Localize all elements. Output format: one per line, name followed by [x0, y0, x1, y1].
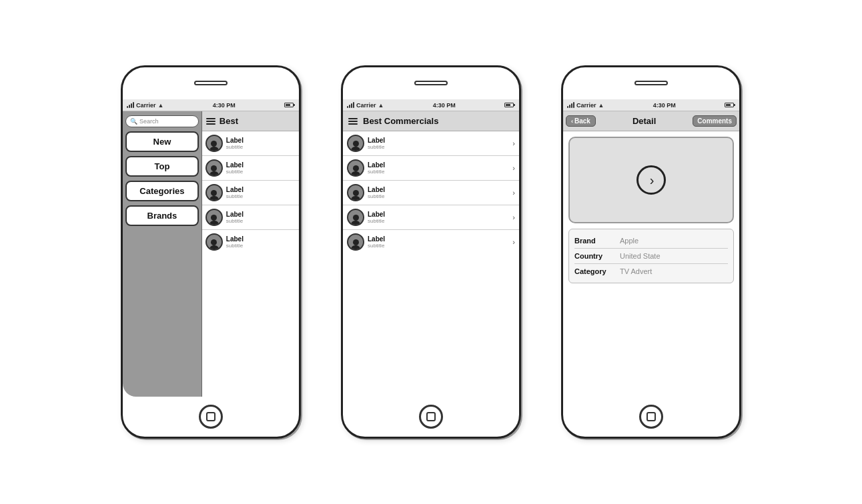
phone-1-content: 🔍 Search New Top Categories Brands — [123, 111, 299, 397]
item-text: Label subtitle — [226, 161, 296, 175]
item-text: Label subtitle — [368, 186, 509, 199]
phone-3-speaker — [634, 81, 668, 85]
phone-2-header: Best Commercials — [343, 111, 519, 131]
phone-2-content: Best Commercials Label subtitle › — [343, 111, 519, 397]
avatar — [347, 159, 364, 177]
home-button-inner — [646, 412, 656, 421]
status-left: Carrier ▲ — [347, 102, 384, 109]
item-label: Label — [368, 186, 509, 193]
item-text: Label subtitle — [226, 235, 296, 249]
carrier-label: Carrier — [576, 102, 596, 109]
item-subtitle: subtitle — [368, 193, 509, 199]
chevron-right-icon: › — [512, 238, 515, 246]
phone-1-speaker — [194, 81, 228, 85]
carrier-label: Carrier — [136, 102, 156, 109]
home-button-inner — [206, 412, 216, 421]
item-label: Label — [226, 186, 296, 193]
back-button[interactable]: ‹ Back — [566, 115, 596, 127]
item-text: Label subtitle — [368, 161, 509, 175]
item-text: Label subtitle — [226, 186, 296, 199]
list-item[interactable]: Label subtitle › — [343, 181, 519, 205]
list-item[interactable]: Label subtitle — [202, 205, 299, 230]
list-item[interactable]: Label subtitle — [202, 131, 299, 156]
item-text: Label subtitle — [368, 211, 509, 224]
comments-button[interactable]: Comments — [693, 115, 737, 127]
item-label: Label — [368, 235, 509, 243]
item-label: Label — [226, 211, 296, 218]
signal-icon — [127, 102, 134, 108]
play-button[interactable]: › — [636, 165, 666, 195]
phone-3-top — [563, 67, 739, 99]
detail-row-category: Category TV Advert — [574, 264, 728, 279]
brand-key: Brand — [574, 237, 614, 245]
item-subtitle: subtitle — [226, 193, 296, 199]
item-text: Label subtitle — [368, 235, 509, 249]
list-item[interactable]: Label subtitle › — [343, 156, 519, 181]
signal-icon — [567, 102, 574, 108]
avatar — [347, 135, 364, 152]
back-chevron-icon: ‹ — [571, 118, 573, 125]
nav-btn-new[interactable]: New — [125, 131, 199, 152]
time-label: 4:30 PM — [213, 102, 236, 109]
item-label: Label — [226, 137, 296, 144]
item-subtitle: subtitle — [226, 169, 296, 175]
home-button[interactable] — [199, 405, 223, 429]
search-placeholder: Search — [139, 118, 159, 125]
status-right — [504, 103, 515, 107]
nav-right: Best Label subti — [202, 111, 299, 397]
avatar — [347, 209, 364, 226]
phone-2-title: Best Commercials — [363, 116, 438, 126]
list-item[interactable]: Label subtitle — [202, 230, 299, 254]
home-button-inner — [426, 412, 436, 421]
home-button[interactable] — [419, 405, 443, 429]
avatar — [205, 209, 223, 226]
list-item[interactable]: Label subtitle — [202, 181, 299, 205]
item-subtitle: subtitle — [226, 144, 296, 150]
nav-right-title: Best — [220, 116, 238, 126]
phone-3-status-bar: Carrier ▲ 4:30 PM — [563, 99, 739, 111]
phone-2: Carrier ▲ 4:30 PM Best Co — [341, 65, 521, 439]
signal-icon — [347, 102, 354, 108]
list-item[interactable]: Label subtitle › — [343, 131, 519, 156]
phone-3-header: ‹ Back Detail Comments — [563, 111, 739, 131]
chevron-right-icon: › — [512, 139, 515, 147]
item-subtitle: subtitle — [368, 218, 509, 224]
battery-icon — [504, 103, 515, 107]
phone-1: Carrier ▲ 4:30 PM 🔍 Search — [121, 65, 301, 439]
avatar — [347, 233, 364, 251]
phone-1-status-bar: Carrier ▲ 4:30 PM — [123, 99, 299, 111]
list-item[interactable]: Label subtitle — [202, 156, 299, 181]
nav-btn-brands[interactable]: Brands — [125, 205, 199, 226]
item-subtitle: subtitle — [368, 144, 509, 150]
list-items-phone1: Label subtitle — [202, 131, 299, 397]
brand-value: Apple — [620, 237, 638, 245]
avatar — [205, 135, 223, 152]
battery-icon — [725, 103, 735, 107]
phone-2-status-bar: Carrier ▲ 4:30 PM — [343, 99, 519, 111]
list-item[interactable]: Label subtitle › — [343, 205, 519, 230]
chevron-right-icon: › — [512, 213, 515, 221]
phones-container: Carrier ▲ 4:30 PM 🔍 Search — [121, 65, 741, 439]
avatar — [205, 233, 223, 251]
phone-2-list: Label subtitle › Label subtitle — [343, 131, 519, 397]
nav-btn-top[interactable]: Top — [125, 156, 199, 177]
avatar — [205, 159, 223, 177]
item-label: Label — [226, 161, 296, 169]
item-subtitle: subtitle — [226, 243, 296, 249]
video-player[interactable]: › — [568, 137, 734, 223]
hamburger-icon[interactable] — [206, 118, 216, 125]
carrier-label: Carrier — [356, 102, 376, 109]
chevron-right-icon: › — [512, 164, 515, 172]
category-value: TV Advert — [620, 267, 652, 275]
search-box[interactable]: 🔍 Search — [125, 115, 199, 127]
hamburger-icon[interactable] — [348, 118, 358, 125]
avatar — [347, 184, 364, 201]
status-right — [284, 103, 295, 107]
home-button[interactable] — [639, 405, 663, 429]
list-item[interactable]: Label subtitle › — [343, 230, 519, 254]
nav-btn-categories[interactable]: Categories — [125, 181, 199, 201]
detail-row-brand: Brand Apple — [574, 233, 728, 249]
item-label: Label — [226, 235, 296, 243]
phone-3-bottom — [563, 397, 739, 437]
status-right — [725, 103, 735, 107]
